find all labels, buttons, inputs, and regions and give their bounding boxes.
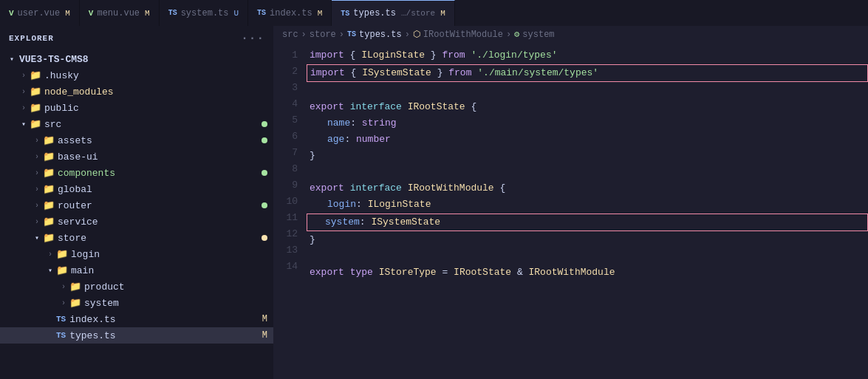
sep: › bbox=[405, 30, 410, 40]
plain-text bbox=[471, 65, 477, 81]
tree-item-base-ui[interactable]: › 📁 base-ui bbox=[0, 148, 273, 165]
tab-label: menu.vue bbox=[97, 8, 140, 18]
tree-item-node-modules[interactable]: › 📁 node_modules bbox=[0, 83, 273, 100]
code-lines: import { ILoginState } from './login/typ… bbox=[307, 43, 868, 379]
chevron-icon: › bbox=[44, 250, 56, 259]
type-name: ILoginState bbox=[361, 47, 425, 64]
folder-label: node_modules bbox=[44, 86, 114, 98]
line-num-4: 4 bbox=[273, 96, 298, 112]
code-line-10: login : ILoginState bbox=[307, 197, 868, 213]
keyword: from bbox=[442, 47, 465, 64]
string-literal: './main/system/types' bbox=[477, 65, 598, 81]
tab-badge: U bbox=[233, 9, 239, 18]
code-line-9: export interface IRootWithModule { bbox=[307, 180, 868, 197]
folder-label: router bbox=[58, 200, 92, 211]
sep: › bbox=[301, 30, 307, 40]
modified-badge: M bbox=[262, 330, 267, 341]
tree-item-router[interactable]: › 📁 router bbox=[0, 197, 273, 214]
plain-text: { bbox=[345, 65, 362, 81]
tree-item-product[interactable]: › 📁 product bbox=[0, 279, 273, 295]
folder-label: main bbox=[71, 265, 94, 276]
chevron-icon: › bbox=[18, 88, 30, 96]
tree-item-assets[interactable]: › 📁 assets bbox=[0, 132, 273, 148]
ts-icon: TS bbox=[341, 10, 349, 18]
tab-label: types.ts bbox=[353, 8, 396, 18]
folder-label: store bbox=[58, 233, 86, 244]
bc-interface-icon: ⬡ bbox=[413, 29, 420, 40]
ts-file-icon: TS bbox=[56, 331, 66, 340]
tab-menu-vue[interactable]: V menu.vue M bbox=[80, 0, 160, 26]
folder-icon: 📁 bbox=[43, 199, 55, 211]
line-num-3: 3 bbox=[273, 80, 298, 96]
plain-text: } bbox=[310, 148, 315, 164]
plain-text: } bbox=[425, 47, 442, 64]
keyword2: interface bbox=[350, 99, 402, 115]
root-label: VUE3-TS-CMS8 bbox=[19, 54, 89, 65]
tree-item-system[interactable]: › 📁 system bbox=[0, 295, 273, 311]
tree-item-global[interactable]: › 📁 global bbox=[0, 181, 273, 197]
plain-text: : bbox=[356, 197, 368, 213]
folder-label: src bbox=[44, 119, 61, 130]
tree-item-public[interactable]: › 📁 public bbox=[0, 100, 273, 116]
explorer-title: EXPLORER bbox=[9, 34, 54, 43]
folder-icon: 📁 bbox=[56, 248, 68, 260]
type-name: IRootState bbox=[454, 264, 511, 281]
bc-interface-name: IRootWithModule bbox=[423, 30, 503, 40]
keyword: import bbox=[307, 65, 345, 81]
sidebar-menu-icon[interactable]: ··· bbox=[241, 32, 264, 45]
folder-label: service bbox=[58, 216, 98, 228]
modified-badge: M bbox=[262, 314, 267, 324]
chevron-icon: ▾ bbox=[6, 55, 18, 64]
folder-icon: 📁 bbox=[43, 232, 55, 244]
plain-text bbox=[402, 99, 408, 115]
code-line-12: } bbox=[307, 232, 868, 248]
tree-item-husky[interactable]: › 📁 .husky bbox=[0, 67, 273, 83]
code-line-6: age : number bbox=[307, 132, 868, 148]
keyword: from bbox=[448, 65, 471, 81]
line-num-1: 1 bbox=[273, 47, 298, 64]
code-line-14: export type IStoreType = IRootState & IR… bbox=[307, 264, 868, 281]
chevron-icon: › bbox=[31, 185, 43, 194]
tree-root[interactable]: ▾ VUE3-TS-CMS8 bbox=[0, 51, 273, 67]
tab-types-ts[interactable]: TS types.ts …/store M bbox=[332, 0, 454, 26]
bc-property-name: system bbox=[522, 30, 554, 40]
plain-text: : bbox=[344, 132, 356, 148]
tree-item-store[interactable]: ▾ 📁 store bbox=[0, 230, 273, 246]
tab-badge: M bbox=[65, 9, 70, 18]
line-num-11: 11 bbox=[273, 210, 298, 226]
tree-item-service[interactable]: › 📁 service bbox=[0, 214, 273, 230]
property-name: age bbox=[327, 132, 344, 148]
line-num-8: 8 bbox=[273, 161, 298, 177]
tree-item-main[interactable]: ▾ 📁 main bbox=[0, 262, 273, 279]
folder-icon: 📁 bbox=[30, 102, 41, 114]
keyword: export bbox=[310, 99, 344, 115]
sep: › bbox=[506, 30, 511, 40]
file-label: types.ts bbox=[69, 330, 262, 341]
bc-ts-icon: TS bbox=[347, 30, 356, 38]
chevron-icon: › bbox=[31, 153, 43, 161]
line-numbers: 1 2 3 4 5 6 7 8 9 10 11 12 13 14 bbox=[273, 43, 307, 379]
line-num-10: 10 bbox=[273, 194, 298, 210]
ts-icon: TS bbox=[257, 9, 266, 17]
code-line-13 bbox=[307, 248, 868, 264]
folder-icon: 📁 bbox=[69, 281, 81, 293]
main-area: EXPLORER ··· ▾ VUE3-TS-CMS8 › 📁 .husky ›… bbox=[0, 26, 868, 379]
tree-item-index-ts[interactable]: › TS index.ts M bbox=[0, 311, 273, 327]
tree-item-login[interactable]: › 📁 login bbox=[0, 246, 273, 262]
tab-user-vue[interactable]: V user.vue M bbox=[0, 0, 80, 26]
vue-icon: V bbox=[9, 9, 14, 18]
tree-item-src[interactable]: ▾ 📁 src bbox=[0, 116, 273, 132]
tab-system-ts[interactable]: TS system.ts U bbox=[160, 0, 248, 26]
tree-item-components[interactable]: › 📁 components bbox=[0, 165, 273, 181]
tree-item-types-ts[interactable]: › TS types.ts M bbox=[0, 327, 273, 344]
ts-file-icon: TS bbox=[56, 315, 66, 324]
tab-label: system.ts bbox=[181, 8, 229, 18]
folder-label: system bbox=[84, 298, 119, 309]
tab-badge: M bbox=[145, 9, 150, 18]
code-area: 1 2 3 4 5 6 7 8 9 10 11 12 13 14 import … bbox=[273, 43, 868, 379]
plain-text bbox=[402, 180, 408, 197]
bc-src: src bbox=[282, 30, 298, 40]
tab-index-ts[interactable]: TS index.ts M bbox=[248, 0, 332, 26]
folder-label: global bbox=[58, 184, 92, 195]
vue-icon: V bbox=[89, 9, 94, 18]
